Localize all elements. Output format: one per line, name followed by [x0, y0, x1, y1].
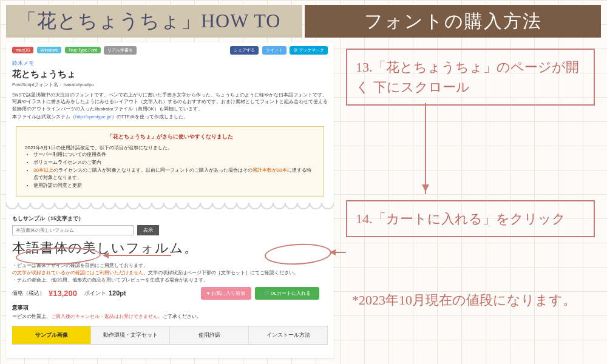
hint-3: ・テムの都合上、他OS用、他形式の商品を用いてプレビューを生成する場合があります…: [12, 277, 328, 284]
caution-b: ご購入後のキャンセル・返品はお受けできません。: [51, 314, 163, 319]
pill-handwritten: リアル手書き: [104, 46, 137, 55]
tab-license[interactable]: 使用許諾: [170, 326, 249, 344]
annotation-arrow-price: [104, 255, 171, 256]
share-twitter-button[interactable]: ツイート: [262, 46, 287, 55]
annotation-step-14: 14.「カートに入れる」をクリック: [346, 200, 595, 237]
hint-2b: 文字の収録状況はページ下部の［文字セット］にてご確認ください。: [148, 270, 299, 275]
annotation-vertical-arrow: [425, 103, 426, 194]
annotation-price-note: *2023年10月現在の値段になります。: [352, 291, 595, 310]
hint-1: ・ビューは書体デザインの確認を目的にご用意しております。: [12, 262, 328, 269]
annotation-arrow-cart: [331, 252, 346, 253]
point-label: ポイント: [84, 289, 106, 297]
share-row: シェアする ツイート B! ブックマーク: [228, 46, 328, 55]
tab-sample-images[interactable]: サンプル画像: [12, 326, 91, 344]
notice-item-3: 20本以上のライセンスのご購入が対象となります。以前に同一フォントのご購入があっ…: [33, 167, 315, 183]
share-facebook-button[interactable]: シェアする: [230, 46, 259, 55]
notice-title: 「花とちょうちょ」がさらに使いやすくなりました: [25, 133, 315, 141]
sample-row: 表示: [12, 225, 328, 235]
annotation-step-13: 13.「花とちょうちょ」のページが開く 下にスクロール: [346, 49, 595, 106]
point-value: 120pt: [109, 289, 126, 297]
banner-left: 「花とちょうちょ」HOW TO: [6, 5, 302, 38]
price-label: 価格（税込）: [12, 289, 45, 297]
caution-label: 意事項: [12, 304, 328, 312]
wave-divider: [6, 203, 334, 211]
price-row: 価格（税込） ¥13,200 ポイント 120pt ♥ お気に入り追加 🛒 DL…: [12, 289, 328, 298]
notice-box: 「花とちょうちょ」がさらに使いやすくなりました 2021年9月1日の使用許諾改定…: [16, 126, 324, 197]
pill-windows: Windows: [37, 47, 61, 53]
caution-c: ご了承ください。: [163, 314, 202, 319]
notice-i3b: のライセンスのご購入が対象となります。以前に同一フォントのご購入があった場合はそ…: [53, 167, 253, 173]
desc2b: ）のTTEditを使って作成しました。: [112, 114, 188, 120]
add-to-cart-button[interactable]: 🛒 DLカートに入れる: [255, 287, 319, 300]
notice-i3a: 20本以上: [33, 167, 53, 173]
opentype-link[interactable]: http://opentype.jp/: [75, 114, 112, 120]
sample-input[interactable]: [12, 225, 134, 235]
notice-i3c: 累計本数が20本: [253, 167, 287, 173]
cart-label: 🛒 DLカートに入れる: [263, 291, 311, 296]
sample-show-button[interactable]: 表示: [137, 225, 159, 235]
notice-lead: 2021年9月1日の使用許諾改定で、以下の項目が追加になりました。: [25, 144, 315, 151]
share-bookmark-button[interactable]: B! ブックマーク: [290, 46, 328, 55]
screenshot-panel: macOS Windows True Type Font リアル手書き シェアす…: [6, 42, 334, 358]
caution-text: ービスの性質上、ご購入後のキャンセル・返品はお受けできません。ご了承ください。: [12, 313, 328, 320]
hint-2: の文字が収録されているかの確認にはご利用いただけません。文字の収録状況はページ下…: [12, 269, 328, 277]
favorite-button[interactable]: ♥ お気に入り追加: [201, 287, 251, 300]
notice-item-1: サーバー利用についての使用条件: [33, 151, 315, 159]
desc2a: 本ファイルは武蔵システム（: [12, 114, 75, 120]
price-value: ¥13,200: [49, 289, 77, 298]
caution-a: ービスの性質上、: [12, 314, 51, 319]
notice-item-2: ボリュームライセンスのご案内: [33, 159, 315, 167]
hint-2a: の文字が収録されているかの確認にはご利用いただけません。: [12, 270, 148, 275]
tab-row: サンプル画像 動作環境・文字セット 使用許諾 インストール方法: [12, 326, 328, 345]
tab-environment[interactable]: 動作環境・文字セット: [91, 326, 170, 344]
font-subtitle: PostScriptフォント名：hanatotyoutyo: [12, 81, 328, 88]
sample-label: もしサンプル（15文字まで）: [12, 215, 328, 223]
author-link[interactable]: 鈴木メモ: [12, 59, 328, 67]
notice-item-4: 使用許諾の同意と更新: [33, 182, 315, 190]
pill-ttf: True Type Font: [65, 47, 101, 53]
tab-install[interactable]: インストール方法: [249, 326, 328, 344]
font-description-1: SNSで話題沸騰中の大注目のフォントです。ペンで右上がりに書いた手書き文字から作…: [12, 92, 328, 112]
pill-macos: macOS: [12, 47, 33, 53]
font-title: 花とちょうちょ: [12, 69, 328, 80]
banner-right: フォントの購入方法: [305, 5, 601, 38]
hints: ・ビューは書体デザインの確認を目的にご用意しております。 の文字が収録されている…: [12, 262, 328, 284]
font-description-2: 本ファイルは武蔵システム（http://opentype.jp/）のTTEdit…: [12, 113, 328, 120]
